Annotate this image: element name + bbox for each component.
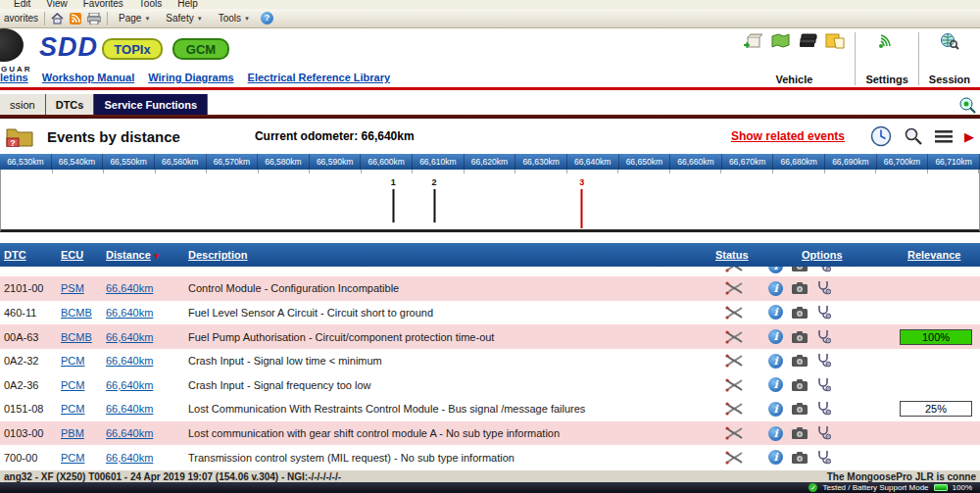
stethoscope-icon[interactable]: [816, 450, 831, 466]
camera-icon[interactable]: [792, 282, 808, 294]
event-marker[interactable]: 3: [579, 177, 584, 228]
link-wiring-diagrams[interactable]: Wiring Diagrams: [148, 72, 233, 83]
ecu-link[interactable]: PCM: [61, 379, 84, 391]
topix-button[interactable]: TOPIx: [102, 38, 163, 60]
distance-link[interactable]: 66,640km: [106, 331, 153, 343]
distance-link[interactable]: 66,640km: [106, 379, 153, 391]
tools-menu[interactable]: Tools▼: [214, 13, 255, 24]
stethoscope-icon[interactable]: [816, 353, 831, 369]
scroll-right-icon[interactable]: ▶: [964, 129, 974, 144]
ecu-link[interactable]: PSM: [61, 282, 84, 294]
note-icon[interactable]: [825, 32, 845, 50]
stethoscope-icon[interactable]: [816, 401, 831, 417]
camera-icon[interactable]: [792, 379, 808, 391]
camera-icon[interactable]: [792, 452, 808, 464]
table-row[interactable]: 2101-00 PSM 66,640km Control Module - Co…: [0, 276, 980, 301]
repair-status-icon[interactable]: [725, 330, 744, 344]
menu-item[interactable]: View: [46, 0, 68, 9]
ecu-link[interactable]: PCM: [61, 355, 84, 367]
table-row[interactable]: 00A-63 BCMB 66,640km Fuel Pump Authorisa…: [0, 324, 980, 349]
event-marker[interactable]: 2: [432, 177, 437, 222]
gcm-button[interactable]: GCM: [172, 38, 229, 60]
column-status[interactable]: Status: [706, 249, 762, 261]
ecu-link[interactable]: PCM: [61, 452, 84, 464]
tab-dtcs[interactable]: DTCs: [46, 94, 95, 115]
menu-item[interactable]: Help: [177, 0, 198, 9]
distance-link[interactable]: 66,640km: [106, 282, 153, 294]
menu-item[interactable]: Tools: [139, 0, 162, 9]
distance-link[interactable]: 66,640km: [106, 355, 153, 367]
ecu-link[interactable]: BCMB: [61, 307, 92, 319]
info-icon[interactable]: i: [768, 305, 783, 320]
stack-icon[interactable]: [798, 32, 817, 50]
info-icon[interactable]: i: [768, 267, 783, 273]
settings-label[interactable]: Settings: [865, 74, 907, 85]
info-icon[interactable]: i: [768, 354, 783, 369]
folder-help-icon[interactable]: ?: [6, 125, 33, 147]
stethoscope-icon[interactable]: [816, 305, 831, 320]
link-bulletins[interactable]: letins: [0, 72, 28, 83]
table-row[interactable]: 460-11 BCMB 66,640km Fuel Level Sensor A…: [0, 301, 980, 325]
distance-link[interactable]: 66,640km: [106, 403, 153, 415]
map-icon[interactable]: [770, 32, 790, 50]
page-menu[interactable]: Page▼: [114, 13, 155, 24]
camera-icon[interactable]: [792, 355, 808, 367]
info-icon[interactable]: i: [768, 281, 783, 296]
globe-search-icon[interactable]: [940, 32, 959, 50]
battery-mode-text[interactable]: Tested / Battery Support Mode: [822, 483, 928, 492]
column-options[interactable]: Options: [762, 249, 900, 261]
package-icon[interactable]: [743, 32, 762, 50]
favorites-label[interactable]: avorites: [4, 13, 38, 24]
ecu-link[interactable]: PBM: [61, 427, 84, 439]
camera-icon[interactable]: [792, 267, 808, 271]
home-icon[interactable]: [51, 13, 64, 25]
camera-icon[interactable]: [792, 331, 808, 343]
menu-item[interactable]: Favorites: [83, 0, 123, 9]
column-dtc[interactable]: DTC: [0, 249, 61, 261]
link-electrical-reference-library[interactable]: Electrical Reference Library: [248, 72, 391, 83]
distance-link[interactable]: 66,640km: [106, 452, 153, 464]
table-row[interactable]: 0A2-36 PCM 66,640km Crash Input - Signal…: [0, 373, 980, 398]
print-icon[interactable]: [87, 13, 101, 25]
stethoscope-icon[interactable]: [816, 267, 831, 273]
search-icon[interactable]: [904, 126, 923, 146]
ecu-link[interactable]: PCM: [61, 403, 84, 415]
column-distance[interactable]: Distance: [106, 249, 151, 261]
column-ecu[interactable]: ECU: [61, 249, 106, 261]
clock-icon[interactable]: [870, 125, 892, 147]
tab-service-functions[interactable]: Service Functions: [94, 94, 208, 115]
repair-status-icon[interactable]: [725, 426, 744, 440]
repair-status-icon[interactable]: [725, 354, 744, 368]
info-icon[interactable]: i: [768, 426, 783, 441]
vehicle-label[interactable]: Vehicle: [775, 74, 812, 85]
list-view-icon[interactable]: [935, 129, 953, 143]
session-label[interactable]: Session: [929, 74, 970, 85]
repair-status-icon[interactable]: [725, 306, 744, 320]
table-row[interactable]: i: [0, 267, 980, 276]
info-icon[interactable]: i: [768, 329, 783, 344]
stethoscope-icon[interactable]: [816, 377, 831, 393]
column-description[interactable]: Description: [182, 249, 706, 261]
link-workshop-manual[interactable]: Workshop Manual: [42, 72, 135, 83]
stethoscope-icon[interactable]: [816, 329, 831, 345]
menu-item[interactable]: Edit: [14, 0, 30, 9]
safety-menu[interactable]: Safety▼: [161, 13, 207, 24]
stethoscope-icon[interactable]: [816, 425, 831, 441]
help-icon[interactable]: ?: [261, 12, 273, 25]
info-icon[interactable]: i: [768, 450, 783, 465]
table-row[interactable]: 0103-00 PBM 66,640km Lost communication …: [0, 421, 980, 446]
screen-tool-icon[interactable]: [958, 96, 976, 114]
tab-session[interactable]: ssion: [0, 94, 46, 115]
signal-icon[interactable]: [877, 32, 897, 50]
info-icon[interactable]: i: [768, 377, 783, 392]
camera-icon[interactable]: [792, 427, 808, 439]
column-relevance[interactable]: Relevance: [900, 249, 980, 261]
table-row[interactable]: 0A2-32 PCM 66,640km Crash Input - Signal…: [0, 349, 980, 373]
repair-status-icon[interactable]: [725, 267, 744, 272]
feed-icon[interactable]: [70, 13, 81, 25]
repair-status-icon[interactable]: [725, 378, 744, 392]
distance-link[interactable]: 66,640km: [106, 307, 153, 319]
table-row[interactable]: 0151-08 PCM 66,640km Lost Communication …: [0, 397, 980, 421]
camera-icon[interactable]: [792, 403, 808, 415]
info-icon[interactable]: i: [768, 402, 783, 417]
